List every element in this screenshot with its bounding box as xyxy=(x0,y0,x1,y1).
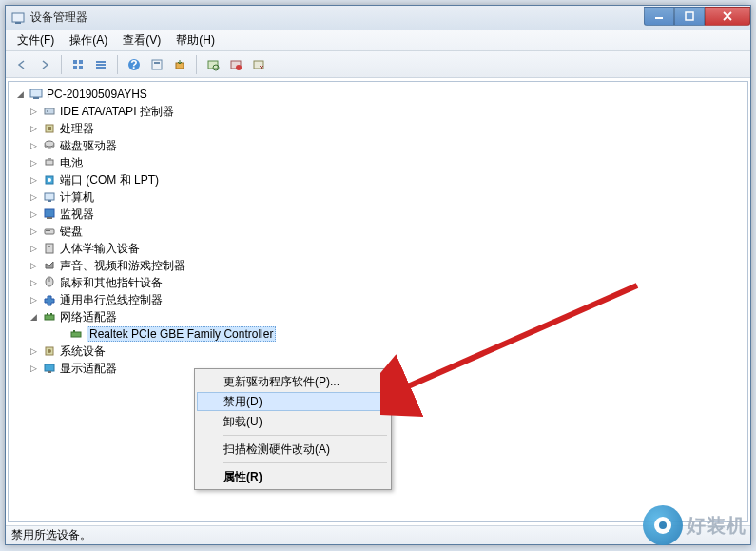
uninstall-button[interactable] xyxy=(248,54,269,75)
collapse-icon[interactable]: ◢ xyxy=(14,89,26,100)
tree-category[interactable]: ▷磁盘驱动器 xyxy=(14,137,747,154)
separator xyxy=(223,435,387,436)
expand-icon[interactable]: ▷ xyxy=(28,226,39,237)
separator xyxy=(61,55,62,74)
category-label: 声音、视频和游戏控制器 xyxy=(60,258,185,274)
back-button[interactable] xyxy=(11,54,32,75)
expand-icon[interactable]: ▷ xyxy=(28,345,39,357)
tree-category[interactable]: ▷声音、视频和游戏控制器 xyxy=(14,257,747,274)
tree-category[interactable]: ▷通用串行总线控制器 xyxy=(14,291,747,308)
svg-rect-23 xyxy=(45,108,54,114)
svg-rect-46 xyxy=(50,313,52,315)
svg-rect-21 xyxy=(30,89,42,97)
menu-help[interactable]: 帮助(H) xyxy=(170,30,221,50)
collapse-icon[interactable]: ◢ xyxy=(28,311,39,323)
category-icon xyxy=(42,309,57,325)
tree-category[interactable]: ▷处理器 xyxy=(14,120,747,137)
view-icons-button[interactable] xyxy=(68,54,88,75)
scan-button[interactable] xyxy=(203,54,223,75)
view-list-button[interactable] xyxy=(90,54,111,75)
category-label: 通用串行总线控制器 xyxy=(60,292,163,308)
category-icon xyxy=(42,189,57,205)
tree-root[interactable]: ◢ PC-20190509AYHS xyxy=(14,86,747,103)
tree-category[interactable]: ▷监视器 xyxy=(14,206,747,223)
category-icon xyxy=(42,155,57,170)
window-controls xyxy=(644,10,750,26)
expand-icon[interactable]: ▷ xyxy=(28,123,39,134)
svg-rect-8 xyxy=(96,61,106,63)
properties-button[interactable] xyxy=(146,54,167,75)
forward-button[interactable] xyxy=(34,54,55,75)
watermark-icon xyxy=(643,505,683,545)
expand-icon[interactable]: ▷ xyxy=(28,140,39,151)
tree-device[interactable]: Realtek PCIe GBE Family Controller xyxy=(14,325,747,343)
tree-category[interactable]: ▷鼠标和其他指针设备 xyxy=(14,274,747,291)
menubar: 文件(F) 操作(A) 查看(V) 帮助(H) xyxy=(6,30,750,51)
category-icon xyxy=(42,241,57,256)
menu-file[interactable]: 文件(F) xyxy=(11,30,60,50)
ctx-uninstall[interactable]: 卸载(U) xyxy=(197,411,389,432)
category-label: 计算机 xyxy=(60,189,94,206)
minimize-button[interactable] xyxy=(644,7,674,26)
category-label: 系统设备 xyxy=(60,344,106,360)
category-label: 显示适配器 xyxy=(60,361,117,377)
titlebar[interactable]: 设备管理器 xyxy=(6,6,750,30)
category-icon xyxy=(42,292,57,307)
ctx-scan[interactable]: 扫描检测硬件改动(A) xyxy=(197,439,389,460)
category-label: 鼠标和其他指针设备 xyxy=(60,275,163,291)
svg-rect-22 xyxy=(33,97,39,99)
category-label: 处理器 xyxy=(60,121,94,137)
svg-point-28 xyxy=(45,141,54,147)
menu-action[interactable]: 操作(A) xyxy=(64,30,113,50)
ctx-disable[interactable]: 禁用(D) xyxy=(197,392,389,411)
window-title: 设备管理器 xyxy=(30,10,644,26)
svg-rect-52 xyxy=(48,371,51,373)
ctx-update-driver[interactable]: 更新驱动程序软件(P)... xyxy=(197,371,389,392)
expand-icon[interactable]: ▷ xyxy=(28,363,39,374)
tree-category[interactable]: ▷端口 (COM 和 LPT) xyxy=(14,171,747,188)
svg-rect-1 xyxy=(15,22,21,24)
tree-category[interactable]: ◢网络适配器 xyxy=(14,308,747,325)
update-button[interactable] xyxy=(169,54,190,75)
tree-category[interactable]: ▷系统设备 xyxy=(14,343,747,360)
menu-view[interactable]: 查看(V) xyxy=(117,30,166,50)
close-button[interactable] xyxy=(705,7,750,26)
disable-button[interactable] xyxy=(225,54,246,75)
tree-category[interactable]: ▷键盘 xyxy=(14,223,747,240)
svg-rect-9 xyxy=(96,64,106,66)
svg-rect-2 xyxy=(655,17,663,19)
expand-icon[interactable]: ▷ xyxy=(28,294,39,305)
expand-icon[interactable]: ▷ xyxy=(28,243,39,254)
tree-category[interactable]: ▷电池 xyxy=(14,154,747,171)
network-adapter-icon xyxy=(68,326,84,342)
expand-icon[interactable]: ▷ xyxy=(28,191,39,203)
expand-icon[interactable]: ▷ xyxy=(28,106,39,117)
svg-rect-33 xyxy=(45,193,54,200)
svg-rect-13 xyxy=(152,60,162,69)
separator xyxy=(117,55,118,74)
expand-icon[interactable]: ▷ xyxy=(28,208,39,220)
statusbar: 禁用所选设备。 xyxy=(6,525,750,544)
help-button[interactable]: ? xyxy=(124,54,145,75)
expand-icon[interactable]: ▷ xyxy=(28,157,39,168)
svg-rect-36 xyxy=(47,217,52,219)
expand-icon[interactable]: ▷ xyxy=(28,277,39,288)
svg-rect-3 xyxy=(686,12,693,20)
svg-rect-51 xyxy=(45,364,54,371)
svg-rect-7 xyxy=(79,66,83,69)
category-label: 人体学输入设备 xyxy=(60,241,140,257)
tree-category[interactable]: ▷人体学输入设备 xyxy=(14,240,747,257)
tree-category[interactable]: ▷计算机 xyxy=(14,188,747,206)
svg-rect-39 xyxy=(48,230,50,231)
svg-rect-10 xyxy=(96,67,106,69)
ctx-properties[interactable]: 属性(R) xyxy=(197,466,389,487)
svg-rect-14 xyxy=(154,62,160,64)
expand-icon[interactable]: ▷ xyxy=(28,260,39,271)
expand-icon[interactable]: ▷ xyxy=(28,174,39,186)
svg-rect-44 xyxy=(45,315,54,320)
maximize-button[interactable] xyxy=(674,7,705,26)
tree-category[interactable]: ▷IDE ATA/ATAPI 控制器 xyxy=(14,103,747,120)
svg-rect-30 xyxy=(48,158,51,160)
svg-point-41 xyxy=(48,246,50,247)
svg-rect-47 xyxy=(71,332,81,337)
